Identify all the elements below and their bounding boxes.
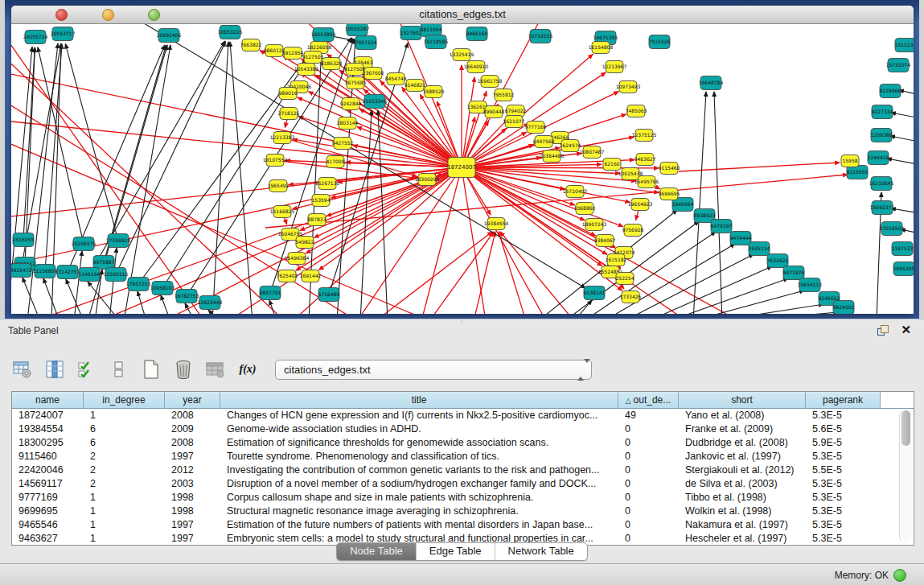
table-cell[interactable]: 2 (84, 463, 165, 477)
table-cell[interactable]: 5.5E-5 (806, 463, 881, 477)
table-cell[interactable]: 19384554 (12, 422, 84, 436)
graph-node[interactable]: 887833 (308, 214, 326, 226)
graph-node[interactable]: 2718126 (278, 108, 300, 120)
graph-node[interactable]: 16640910 (464, 61, 489, 73)
graph-node[interactable]: 9474444 (730, 232, 752, 245)
memory-status-icon[interactable] (893, 569, 906, 582)
graph-node[interactable]: 10655287 (345, 24, 370, 36)
graph-node[interactable]: 17359928 (106, 234, 131, 248)
graph-node[interactable]: 15751074 (886, 59, 911, 72)
graph-node[interactable]: 549822 (296, 237, 314, 249)
table-cell[interactable]: 1998 (165, 505, 220, 518)
graph-node[interactable]: 9699695 (659, 188, 680, 200)
table-cell[interactable]: 5.9E-5 (806, 436, 881, 450)
graph-node[interactable]: 18907243 (582, 219, 607, 231)
graph-node[interactable]: 17016504 (880, 222, 905, 236)
graph-node[interactable]: 1588520 (423, 86, 445, 98)
table-cell[interactable]: Stergiakouli et al. (2012) (679, 463, 806, 477)
graph-node[interactable]: 20691406 (157, 29, 182, 43)
table-cell[interactable]: 5.3E-5 (806, 505, 881, 518)
graph-node[interactable]: 9242844 (340, 98, 362, 110)
graph-node[interactable]: 9824502 (833, 301, 855, 315)
table-cell[interactable]: 2012 (165, 463, 220, 477)
graph-node[interactable]: 1733426 (620, 291, 642, 303)
table-cell[interactable]: Estimation of the future numbers of pati… (220, 518, 618, 532)
table-cell[interactable]: 0 (618, 450, 679, 463)
graph-node[interactable]: 1527602 (400, 27, 422, 40)
graph-node[interactable]: 7955812 (493, 89, 515, 101)
graph-node[interactable]: 12213383 (270, 132, 295, 144)
column-header-pagerank[interactable]: pagerank (806, 392, 881, 409)
graph-node[interactable]: 15692371 (870, 201, 895, 215)
graph-node[interactable]: 417008 (326, 156, 345, 168)
function-builder-icon[interactable]: f(x) (236, 358, 259, 381)
graph-node[interactable]: 6479197 (711, 220, 733, 233)
table-cell[interactable]: 5.3E-5 (806, 409, 881, 422)
graph-node[interactable]: 24055724 (23, 31, 48, 44)
graph-node[interactable]: 8186328 (321, 58, 343, 70)
table-cell[interactable]: 49 (618, 409, 679, 422)
graph-node[interactable]: 16648784 (699, 76, 724, 90)
table-cell[interactable]: Disruption of a novel member of a sodium… (220, 477, 618, 491)
graph-node[interactable]: 18724007 (447, 158, 476, 178)
tab-edge-table[interactable]: Edge Table (417, 543, 495, 560)
graph-node[interactable]: 1209388 (871, 129, 893, 142)
table-row[interactable]: 1938455462009Genome-wide association stu… (12, 422, 914, 436)
close-panel-icon[interactable]: ✕ (901, 323, 911, 337)
graph-node[interactable]: 9129966 (880, 84, 901, 98)
graph-node[interactable]: 19384554 (484, 218, 509, 230)
table-cell[interactable]: Dudbridge et al. (2008) (679, 436, 806, 450)
graph-node[interactable]: 989016 (279, 88, 298, 100)
graph-node[interactable]: 9756928 (622, 225, 644, 237)
table-cell[interactable]: 1998 (165, 491, 220, 505)
graph-node[interactable]: 16210645 (869, 177, 894, 191)
graph-node[interactable]: 9138141 (584, 286, 606, 300)
graph-node[interactable]: 8454749 (385, 73, 407, 85)
graph-node[interactable]: 1615182 (606, 254, 627, 266)
table-cell[interactable]: 5.6E-5 (806, 422, 881, 436)
table-cell[interactable]: Wolkin et al. (1998) (679, 505, 806, 518)
table-cell[interactable]: 5.3E-5 (806, 450, 881, 463)
graph-node[interactable]: 20364486 (540, 150, 565, 163)
table-cell[interactable]: de Silva et al. (2003) (679, 477, 806, 491)
table-cell[interactable]: 5.3E-5 (806, 477, 881, 491)
table-cell[interactable]: Tourette syndrome. Phenomenology and cla… (220, 450, 618, 463)
graph-node[interactable]: 1695205 (893, 262, 914, 276)
graph-node[interactable]: 9227334 (872, 105, 893, 119)
graph-node[interactable]: 10958107 (150, 282, 175, 295)
table-row[interactable]: 2242004622012Investigating the contribut… (12, 463, 914, 477)
graph-node[interactable]: 18300295 (415, 174, 440, 186)
graph-node[interactable]: 10973493 (616, 81, 641, 93)
table-cell[interactable]: 0 (618, 436, 679, 450)
graph-node[interactable]: 2803144 (337, 117, 359, 130)
graph-node[interactable]: 18107554 (263, 154, 288, 167)
table-row[interactable]: 977716911998Corpus callosum shape and si… (12, 491, 914, 505)
graph-node[interactable]: 20553717 (51, 27, 76, 41)
graph-node[interactable]: 7515526 (649, 35, 671, 49)
graph-node[interactable]: 7485063 (626, 105, 647, 117)
table-cell[interactable]: 14569117 (12, 477, 84, 491)
table-row[interactable]: 946554611997Estimation of the future num… (12, 518, 914, 532)
graph-node[interactable]: 2935114 (749, 242, 770, 256)
graph-node[interactable]: 7625402 (277, 270, 298, 282)
graph-node[interactable]: 9215955 (847, 166, 869, 179)
graph-node[interactable]: 20206576 (72, 237, 97, 251)
table-cell[interactable]: Changes of HCN gene expression and I(f) … (220, 409, 618, 422)
table-cell[interactable]: 0 (618, 477, 679, 491)
table-cell[interactable]: 2009 (165, 422, 220, 436)
graph-node[interactable]: 21053346 (363, 95, 388, 109)
graph-node[interactable]: 153594 (312, 195, 331, 207)
graph-node[interactable]: 10543382 (294, 64, 319, 76)
table-cell[interactable]: 5.3E-5 (806, 518, 881, 532)
graph-node[interactable]: 10719155 (528, 30, 553, 43)
column-visibility-icon[interactable] (43, 358, 66, 381)
table-cell[interactable]: 0 (618, 463, 679, 477)
row-options-icon[interactable] (108, 358, 130, 381)
graph-node[interactable]: 13325419 (450, 49, 474, 61)
graph-node[interactable]: 15720407 (563, 186, 588, 198)
graph-node[interactable]: 9857791 (260, 286, 281, 300)
table-cell[interactable]: 6 (84, 422, 165, 436)
table-cell[interactable]: 2003 (165, 477, 220, 491)
select-all-icon[interactable] (76, 358, 98, 381)
new-table-icon[interactable] (140, 358, 162, 381)
